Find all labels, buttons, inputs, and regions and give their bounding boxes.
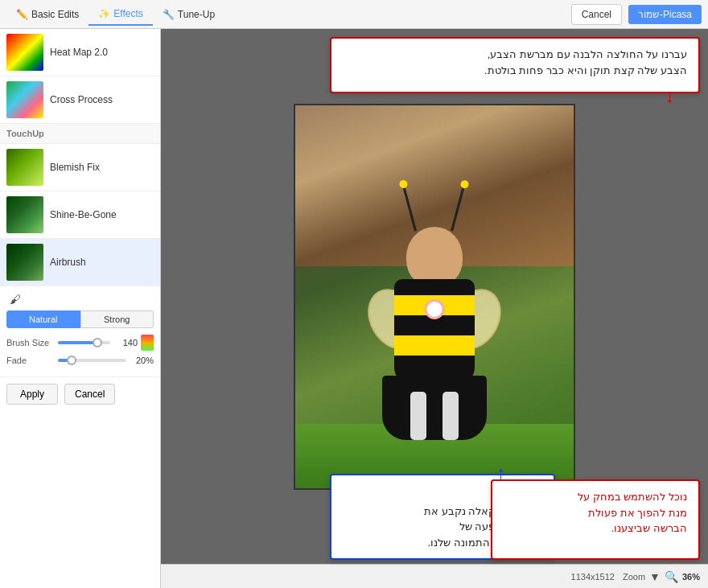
filter-item-shinebegone[interactable]: Shine-Be-Gone [0,191,160,239]
tab-tuneup-label: Tune-Up [178,9,215,20]
brush-size-row: Brush Size 140 [6,335,154,351]
leg-left [410,392,426,440]
filter-item-heatmap[interactable]: Heat Map 2.0 [0,29,160,76]
strength-strong-button[interactable]: Strong [80,310,154,328]
airbrush-controls: 🖌 Natural Strong Brush Size 140 Fade [0,286,160,377]
save-button[interactable]: שמור-Picasa [628,5,702,24]
body-stripe-2 [394,335,475,356]
filter-thumb-heatmap [6,34,43,71]
bottom-buttons: Apply Cancel [0,377,160,411]
head [406,227,463,287]
tab-basic-edits-label: Basic Edits [31,9,79,20]
zoom-search-icon: 🔍 [665,570,678,583]
annotation-eraser-text: נוכל להשתמש במחק על מנת להפוך את פעולת ה… [578,491,687,534]
fade-label: Fade [6,356,55,365]
color-bar [141,335,154,351]
tuneup-icon: 🔧 [163,9,175,20]
photo-frame [294,104,575,490]
filter-label-airbrush: Airbrush [50,257,86,268]
arrow-down-icon: ↓ [665,83,674,109]
filter-item-blemishfix[interactable]: Blemish Fix [0,144,160,191]
zoom-dropdown-icon[interactable]: ▼ [649,570,661,583]
filter-label-crossprocess: Cross Process [50,94,113,105]
effects-icon: ✨ [98,8,110,19]
photo-container[interactable]: עברנו על החולצה הלבנה עם מברשת הצבע, הצב… [161,29,708,564]
filter-label-shinebegone: Shine-Be-Gone [50,209,117,220]
filter-label-blemishfix: Blemish Fix [50,162,100,173]
filter-thumb-airbrush [6,244,43,281]
fade-track[interactable] [58,359,126,362]
filter-item-crossprocess[interactable]: Cross Process [0,76,160,124]
status-bar: 1134x1512 Zoom ▼ 🔍 36% [161,564,708,588]
strength-natural-button[interactable]: Natural [6,310,80,328]
legs [410,392,459,440]
filter-thumb-shinebegone [6,196,43,233]
zoom-value: 36% [682,572,700,582]
antenna-right [451,183,465,231]
brush-size-label: Brush Size [6,338,55,347]
top-bar-actions: Cancel שמור-Picasa [571,4,702,25]
tab-effects-label: Effects [113,8,142,19]
brush-size-thumb[interactable] [93,338,102,347]
dimensions-label: 1134x1512 [571,572,615,582]
annotation-bottom-right: נוכל להשתמש במחק על מנת להפוך את פעולת ה… [491,479,700,560]
apply-button[interactable]: Apply [6,384,58,405]
body [394,279,475,384]
zoom-control[interactable]: Zoom ▼ 🔍 36% [623,570,700,583]
main-layout: Heat Map 2.0 Cross Process TouchUp Blemi… [0,29,708,588]
zoom-label: Zoom [623,572,645,582]
cancel-small-button[interactable]: Cancel [64,384,115,405]
brush-size-fill [58,341,97,344]
filter-thumb-blemishfix [6,149,43,186]
leg-right [442,392,459,440]
sidebar: Heat Map 2.0 Cross Process TouchUp Blemi… [0,29,161,588]
tab-tuneup[interactable]: 🔧 Tune-Up [153,4,224,25]
fade-value: 20% [130,356,154,365]
annotation-top-text: עברנו על החולצה הלבנה עם מברשת הצבע, הצב… [484,48,687,76]
section-touchup: TouchUp [0,124,160,144]
basic-edits-icon: ✏️ [16,9,28,20]
fade-row: Fade 20% [6,356,154,365]
brush-icon: 🖌 [6,293,154,306]
antenna-left [402,183,417,231]
annotation-top: עברנו על החולצה הלבנה עם מברשת הצבע, הצב… [330,37,700,93]
fade-thumb[interactable] [67,356,76,365]
filter-thumb-crossprocess [6,81,43,118]
brush-size-value: 140 [113,338,138,347]
strength-buttons: Natural Strong [6,310,154,328]
cancel-button[interactable]: Cancel [571,4,622,25]
filter-item-airbrush[interactable]: Airbrush [0,239,160,286]
tab-effects[interactable]: ✨ Effects [88,3,152,26]
flower [425,299,445,319]
bee-figure [362,183,507,440]
filter-label-heatmap: Heat Map 2.0 [50,47,108,58]
content-area: עברנו על החולצה הלבנה עם מברשת הצבע, הצב… [161,29,708,588]
top-bar: ✏️ Basic Edits ✨ Effects 🔧 Tune-Up Cance… [0,0,708,29]
brush-size-track[interactable] [58,341,110,344]
tab-basic-edits[interactable]: ✏️ Basic Edits [6,4,88,25]
